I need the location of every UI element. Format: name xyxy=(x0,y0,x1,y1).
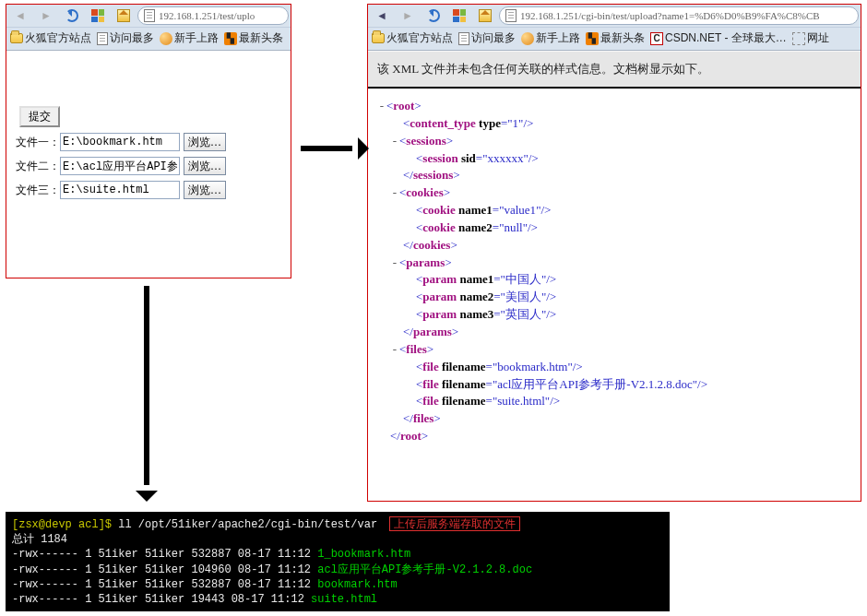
terminal-row: -rwx------ 1 51iker 51iker 532887 08-17 … xyxy=(12,547,663,562)
file1-input[interactable] xyxy=(60,133,180,151)
win-button[interactable] xyxy=(86,6,110,25)
folder-icon xyxy=(10,33,23,43)
file2-input[interactable] xyxy=(60,157,180,175)
terminal-annotation: 上传后服务端存取的文件 xyxy=(389,516,520,531)
reload-button[interactable] xyxy=(422,6,445,25)
back-button[interactable]: ◄ xyxy=(370,6,394,25)
page-icon xyxy=(458,32,469,45)
browser-chrome-right: ◄ ► 192.168.1.251/cgi-bin/test/upload?na… xyxy=(368,5,861,51)
xml-result-panel: ◄ ► 192.168.1.251/cgi-bin/test/upload?na… xyxy=(367,4,861,502)
folder-icon xyxy=(372,33,385,43)
file3-label: 文件三： xyxy=(16,183,60,198)
arrow-down-icon xyxy=(144,286,149,485)
bm-site[interactable]: 网址 xyxy=(792,30,829,46)
bm-most[interactable]: 访问最多 xyxy=(458,30,516,46)
bookmark-bar: 火狐官方站点 访问最多 新手上路 ▚最新头条 CCSDN.NET - 全球最大…… xyxy=(368,27,861,49)
upload-form-panel: ◄ ► 192.168.1.251/test/uplo 火狐官方站点 访问最多 … xyxy=(6,4,291,278)
page-icon xyxy=(144,9,155,22)
home-icon xyxy=(117,9,130,22)
url-text: 192.168.1.251/cgi-bin/test/upload?name1=… xyxy=(520,10,820,21)
bm-folder[interactable]: 火狐官方站点 xyxy=(372,30,453,46)
rss-icon: ▚ xyxy=(224,32,237,45)
page-icon xyxy=(505,9,517,22)
file1-label: 文件一： xyxy=(16,135,60,150)
terminal-panel: [zsx@devp acl]$ ll /opt/51iker/apache2/c… xyxy=(6,512,670,611)
terminal-row: -rwx------ 1 51iker 51iker 104960 08-17 … xyxy=(12,563,663,577)
browser-chrome-left: ◄ ► 192.168.1.251/test/uplo 火狐官方站点 访问最多 … xyxy=(6,5,291,51)
browse3-button[interactable]: 浏览… xyxy=(184,181,226,199)
terminal-row: -rwx------ 1 51iker 51iker 532887 08-17 … xyxy=(12,577,663,592)
terminal-cmd-line: [zsx@devp acl]$ ll /opt/51iker/apache2/c… xyxy=(12,516,663,532)
forward-button[interactable]: ► xyxy=(34,6,58,25)
bm-newbie[interactable]: 新手上路 xyxy=(160,30,219,46)
bm-newbie[interactable]: 新手上路 xyxy=(521,30,580,46)
csdn-icon: C xyxy=(650,32,663,45)
url-text: 192.168.1.251/test/uplo xyxy=(159,10,255,21)
xml-info-message: 该 XML 文件并未包含任何关联的样式信息。文档树显示如下。 xyxy=(368,51,861,89)
bookmark-bar: 火狐官方站点 访问最多 新手上路 ▚最新头条 xyxy=(6,27,291,49)
terminal-row: -rwx------ 1 51iker 51iker 19443 08-17 1… xyxy=(12,592,663,607)
reload-button[interactable] xyxy=(60,6,84,25)
page-icon xyxy=(97,32,108,45)
windows-icon xyxy=(91,9,104,22)
rss-icon: ▚ xyxy=(586,32,599,45)
placeholder-icon xyxy=(792,32,805,45)
arrow-right-icon xyxy=(301,146,352,151)
home-icon xyxy=(479,9,492,22)
home-button[interactable] xyxy=(112,6,136,25)
address-bar[interactable]: 192.168.1.251/cgi-bin/test/upload?name1=… xyxy=(499,6,859,25)
terminal-total: 总计 1184 xyxy=(12,532,663,547)
win-button[interactable] xyxy=(447,6,471,25)
windows-icon xyxy=(453,9,466,22)
file3-input[interactable] xyxy=(60,181,180,199)
home-button[interactable] xyxy=(473,6,497,25)
bm-news[interactable]: ▚最新头条 xyxy=(224,30,283,46)
forward-button[interactable]: ► xyxy=(396,6,420,25)
bm-news[interactable]: ▚最新头条 xyxy=(586,30,645,46)
xml-tree: -<root> <content_type type="1"/> -<sessi… xyxy=(368,89,861,455)
firefox-icon xyxy=(521,32,534,45)
firefox-icon xyxy=(160,32,172,45)
browse1-button[interactable]: 浏览… xyxy=(184,133,226,151)
reload-icon xyxy=(65,9,78,22)
address-bar[interactable]: 192.168.1.251/test/uplo xyxy=(137,6,289,25)
browse2-button[interactable]: 浏览… xyxy=(184,157,226,175)
bm-most[interactable]: 访问最多 xyxy=(97,30,154,46)
upload-form: 提交 文件一： 浏览… 文件二： 浏览… 文件三： 浏览… xyxy=(16,58,285,199)
back-button[interactable]: ◄ xyxy=(8,6,32,25)
bm-csdn[interactable]: CCSDN.NET - 全球最大… xyxy=(650,30,787,46)
reload-icon xyxy=(427,9,440,22)
file2-label: 文件二： xyxy=(16,159,60,174)
submit-button[interactable]: 提交 xyxy=(19,106,60,127)
bm-folder[interactable]: 火狐官方站点 xyxy=(10,30,91,46)
